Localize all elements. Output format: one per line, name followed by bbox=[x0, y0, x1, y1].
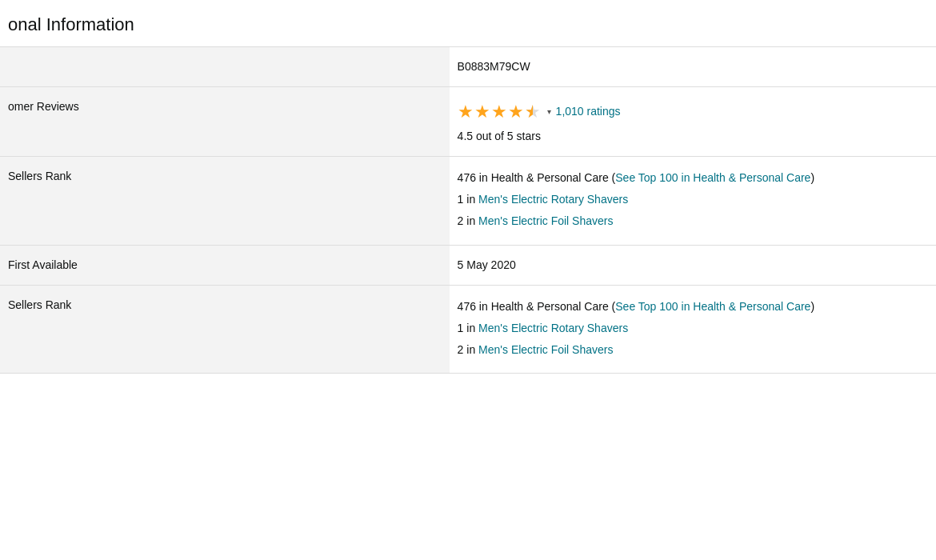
label-asin bbox=[0, 47, 450, 87]
rank-sub-prefix-2-1: in bbox=[463, 322, 478, 334]
star-1: ★ bbox=[458, 98, 474, 125]
table-row: Sellers Rank 476 in Health & Personal Ca… bbox=[0, 285, 936, 374]
value-asin: B0883M79CW bbox=[450, 47, 936, 87]
label-sellers-rank-2: Sellers Rank bbox=[0, 285, 450, 374]
rank-block-2: 476 in Health & Personal Care (See Top 1… bbox=[458, 297, 928, 361]
value-reviews: ★ ★ ★ ★ ★ ★ ▾ 1,010 ratings 4.5 out of bbox=[450, 87, 936, 157]
rank-sub-link-2-1[interactable]: Men's Electric Rotary Shavers bbox=[478, 322, 628, 334]
section-title: onal Information bbox=[0, 14, 936, 35]
rank-main-text-1: 476 in Health & Personal Care ( bbox=[458, 171, 616, 184]
rank-main-suffix-1: ) bbox=[810, 171, 814, 184]
star-2: ★ bbox=[474, 98, 490, 125]
rank-sub-prefix-2-2: in bbox=[463, 343, 478, 356]
rank-main-line-2: 476 in Health & Personal Care (See Top 1… bbox=[458, 297, 928, 317]
table-row: B0883M79CW bbox=[0, 47, 936, 87]
value-sellers-rank-1: 476 in Health & Personal Care (See Top 1… bbox=[450, 157, 936, 246]
stars-container: ★ ★ ★ ★ ★ ★ ▾ 1,010 ratings bbox=[458, 98, 928, 125]
rank-sub-link-1-1[interactable]: Men's Electric Rotary Shavers bbox=[478, 193, 628, 206]
table-row: Sellers Rank 476 in Health & Personal Ca… bbox=[0, 157, 936, 246]
label-reviews: omer Reviews bbox=[0, 87, 450, 157]
star-3: ★ bbox=[491, 98, 507, 125]
info-table: B0883M79CW omer Reviews ★ ★ ★ ★ ★ bbox=[0, 47, 936, 374]
section-header: onal Information bbox=[0, 0, 936, 47]
date-value: 5 May 2020 bbox=[458, 258, 516, 271]
rank-block-1: 476 in Health & Personal Care (See Top 1… bbox=[458, 168, 928, 232]
rank-main-text-2: 476 in Health & Personal Care ( bbox=[458, 300, 616, 313]
rank-sub-line-2-1: 1 in Men's Electric Rotary Shavers bbox=[458, 318, 928, 338]
value-sellers-rank-2: 476 in Health & Personal Care (See Top 1… bbox=[450, 285, 936, 374]
rank-sub-line-1-2: 2 in Men's Electric Foil Shavers bbox=[458, 211, 928, 231]
star-rating[interactable]: ★ ★ ★ ★ ★ ★ bbox=[458, 98, 541, 125]
table-row: omer Reviews ★ ★ ★ ★ ★ ★ bbox=[0, 87, 936, 157]
rank-sub-link-2-2[interactable]: Men's Electric Foil Shavers bbox=[478, 343, 613, 356]
star-summary-text: 4.5 out of 5 stars bbox=[458, 128, 928, 145]
rank-sub-line-2-2: 2 in Men's Electric Foil Shavers bbox=[458, 340, 928, 360]
label-sellers-rank-1: Sellers Rank bbox=[0, 157, 450, 246]
rank-sub-link-1-2[interactable]: Men's Electric Foil Shavers bbox=[478, 214, 613, 227]
chevron-down-icon: ▾ bbox=[547, 106, 551, 118]
star-5: ★ ★ bbox=[525, 98, 541, 125]
rank-main-link-1[interactable]: See Top 100 in Health & Personal Care bbox=[615, 171, 810, 184]
label-date: First Available bbox=[0, 245, 450, 285]
rank-sub-prefix-1-2: in bbox=[463, 214, 478, 227]
rank-main-link-2[interactable]: See Top 100 in Health & Personal Care bbox=[615, 300, 810, 313]
page-container: onal Information B0883M79CW omer Reviews… bbox=[0, 0, 936, 374]
star-4: ★ bbox=[508, 98, 524, 125]
table-row: First Available 5 May 2020 bbox=[0, 245, 936, 285]
rank-main-line-1: 476 in Health & Personal Care (See Top 1… bbox=[458, 168, 928, 188]
ratings-link[interactable]: 1,010 ratings bbox=[556, 103, 621, 120]
value-date: 5 May 2020 bbox=[450, 245, 936, 285]
rank-sub-prefix-1-1: in bbox=[463, 193, 478, 206]
rank-sub-line-1-1: 1 in Men's Electric Rotary Shavers bbox=[458, 190, 928, 210]
rank-main-suffix-2: ) bbox=[810, 300, 814, 313]
asin-value: B0883M79CW bbox=[458, 60, 530, 73]
